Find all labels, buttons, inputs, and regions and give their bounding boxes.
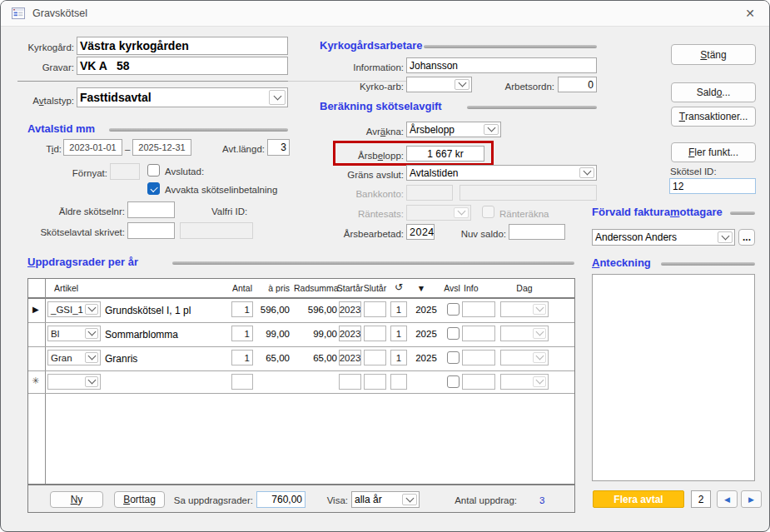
saldo-button[interactable]: Saldo...	[671, 82, 756, 102]
upprepning-field[interactable]: 1	[390, 326, 407, 341]
skotsel-id-field[interactable]: 12	[669, 178, 756, 194]
antal-field[interactable]: 1	[231, 326, 253, 341]
kyrkoarb-label: Kyrko-arb:	[334, 82, 404, 92]
col-a-pris: à pris	[255, 283, 290, 293]
grans-avslut-value: Avtalstiden	[410, 167, 458, 179]
arbetsordn-label: Arbetsordn:	[488, 82, 554, 92]
record-number-field[interactable]: 2	[691, 490, 711, 508]
info-field-new[interactable]	[462, 374, 495, 390]
upprepning-field-new[interactable]	[390, 374, 407, 390]
information-field[interactable]: Johansson	[406, 57, 597, 73]
borttag-button[interactable]: Borttag	[114, 491, 165, 508]
startar-field[interactable]: 2023	[339, 350, 361, 365]
upprepning-field[interactable]: 1	[390, 350, 407, 365]
info-field[interactable]	[462, 301, 495, 317]
info-field[interactable]	[462, 326, 495, 341]
window-title: Gravskötsel	[32, 7, 87, 19]
aldre-skotselnr-label: Äldre skötselnr:	[51, 206, 125, 216]
nuv-saldo-field[interactable]	[509, 224, 565, 240]
col-radsumma: Radsumma	[294, 283, 337, 293]
next-record-button[interactable]: ▶	[741, 490, 762, 508]
chevron-down-icon[interactable]	[718, 231, 733, 243]
avrakna-combobox[interactable]: Årsbelopp	[406, 122, 501, 137]
transaktioner-button[interactable]: Transaktioner...	[671, 107, 756, 127]
new-record-icon[interactable]: ✳	[32, 375, 39, 386]
skotselavtal-skrivet-field[interactable]	[127, 222, 175, 239]
anteckning-textarea[interactable]	[592, 274, 755, 481]
dag-combobox-new[interactable]	[500, 374, 549, 390]
avvakta-label: Avvakta skötselinbetalning	[165, 185, 277, 195]
tid-to-field[interactable]: 2025-12-31	[132, 139, 191, 156]
chevron-down-icon[interactable]	[402, 494, 417, 505]
avtlangd-field[interactable]: 3	[267, 139, 290, 156]
gravar-field[interactable]: VK A 58	[77, 57, 288, 75]
avsl-checkbox-new[interactable]	[447, 375, 460, 388]
kyrkoarb-combobox[interactable]	[406, 77, 472, 92]
chevron-down-icon[interactable]	[533, 304, 546, 315]
chevron-down-icon[interactable]	[85, 328, 98, 339]
previous-record-button[interactable]: ◀	[717, 490, 738, 508]
arsbelopp-field[interactable]: 1 667 kr	[406, 146, 484, 162]
slutar-field[interactable]	[364, 350, 386, 365]
info-field[interactable]	[462, 350, 495, 365]
ny-button[interactable]: Ny	[50, 491, 103, 508]
fakturamottagare-combobox[interactable]: Andersson Anders	[592, 229, 735, 246]
avtalstyp-combobox[interactable]: Fasttidsavtal	[77, 87, 288, 107]
nuv-saldo-label: Nuv saldo:	[450, 229, 506, 239]
section-line	[730, 211, 755, 215]
chevron-down-icon[interactable]	[579, 167, 594, 178]
avslutad-checkbox[interactable]	[147, 164, 160, 177]
startar-field[interactable]: 2023	[339, 301, 361, 317]
kyrkogard-field[interactable]: Västra kyrkogården	[77, 37, 288, 55]
aldre-skotselnr-field[interactable]	[127, 201, 175, 218]
current-record-icon[interactable]: ▶	[32, 305, 39, 314]
antal-field-new[interactable]	[231, 374, 253, 390]
antal-field[interactable]: 1	[231, 350, 253, 365]
chevron-down-icon[interactable]	[85, 304, 98, 315]
visa-combobox[interactable]: alla år	[351, 491, 420, 508]
chevron-down-icon[interactable]	[533, 328, 546, 339]
avsl-checkbox[interactable]	[447, 327, 460, 340]
gravar-label: Gravar:	[16, 62, 74, 72]
artikel-combobox[interactable]: Gran	[47, 350, 101, 365]
uppdrag-heading: Uppdragsrader per år	[27, 256, 138, 268]
startar-field[interactable]: 2023	[339, 326, 361, 341]
chevron-down-icon[interactable]	[85, 376, 98, 387]
section-line	[172, 261, 574, 265]
chevron-down-icon[interactable]	[455, 79, 469, 90]
startar-field-new[interactable]	[339, 374, 361, 390]
arbetsordn-field[interactable]: 0	[558, 77, 597, 92]
avvakta-checkbox[interactable]	[147, 182, 160, 195]
chevron-down-icon[interactable]	[269, 90, 286, 105]
chevron-down-icon[interactable]	[533, 376, 546, 387]
chevron-down-icon[interactable]	[484, 124, 499, 135]
flera-avtal-button[interactable]: Flera avtal	[593, 490, 684, 508]
avsl-checkbox[interactable]	[447, 303, 460, 316]
slutar-field[interactable]	[364, 301, 386, 317]
artikel-combobox[interactable]: _GSI_1	[47, 301, 101, 317]
close-icon[interactable]: ✕	[741, 5, 759, 22]
dag-combobox[interactable]	[500, 350, 549, 365]
sort-desc-icon[interactable]: ▼	[410, 283, 432, 293]
fler-funkt-button[interactable]: Fler funkt...	[671, 142, 756, 162]
tid-from-field[interactable]: 2023-01-01	[63, 139, 122, 156]
chevron-down-icon[interactable]	[85, 352, 98, 363]
antal-field[interactable]: 1	[231, 301, 253, 317]
avsl-checkbox[interactable]	[447, 351, 460, 364]
artikel-combobox-new[interactable]	[47, 374, 101, 390]
stang-button[interactable]: Stäng	[671, 44, 756, 65]
section-line	[424, 45, 597, 48]
fakturamottagare-more-button[interactable]: ...	[738, 229, 755, 246]
chevron-down-icon[interactable]	[533, 352, 546, 363]
slutar-field[interactable]	[364, 326, 386, 341]
arsbearbetad-field[interactable]: 2024	[406, 224, 435, 240]
artikel-combobox[interactable]: Bl	[47, 326, 101, 341]
col-avsl: Avsl	[442, 283, 462, 293]
sa-uppdragsrader-field[interactable]: 760,00	[256, 491, 306, 508]
dag-combobox[interactable]	[500, 301, 549, 317]
grans-avslut-combobox[interactable]: Avtalstiden	[406, 165, 597, 181]
slutar-field-new[interactable]	[364, 374, 386, 390]
upprepning-field[interactable]: 1	[390, 301, 407, 317]
dag-combobox[interactable]	[500, 326, 549, 341]
recur-icon[interactable]: ↺	[390, 281, 407, 293]
